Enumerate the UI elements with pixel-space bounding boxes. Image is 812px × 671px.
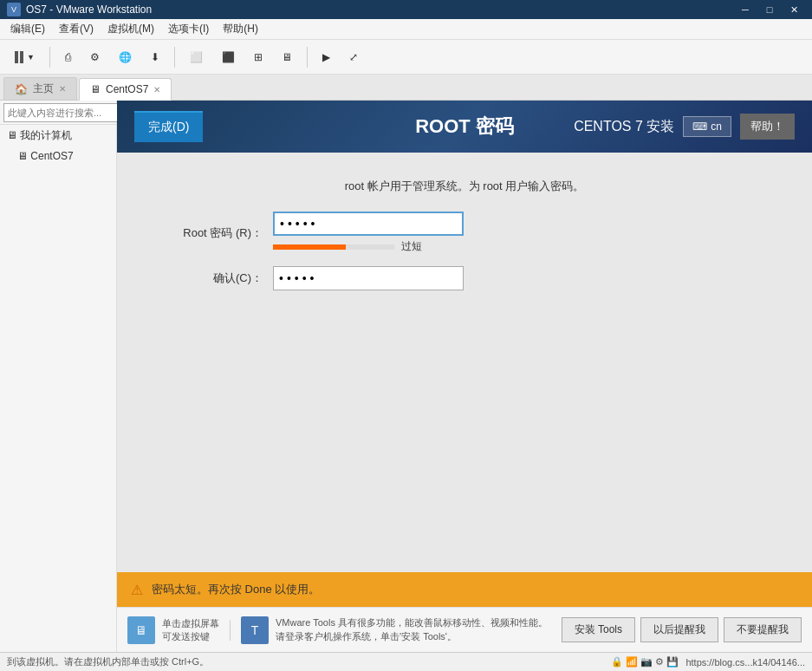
bottom-left: 🖥 单击虚拟屏幕 可发送按键 T VMware Tools 具有很多功能，能改善… [127,616,555,644]
pause-icon [15,51,23,63]
menu-vm[interactable]: 虚拟机(M) [101,20,161,38]
toolbar-btn-10[interactable]: ⤢ [341,44,366,70]
menu-view[interactable]: 查看(V) [52,20,101,38]
vm-bottom-icon: 🖥 [127,616,155,644]
download-icon: ⬇ [151,51,159,63]
root-password-label: Root 密码 (R)： [134,225,273,241]
vm-tab-icon: 🖥 [90,83,101,95]
vm-hint-line2: 可发送按键 [162,630,219,643]
content-area: 完成(D) ROOT 密码 CENTOS 7 安装 ⌨ cn 帮助！ root … [117,101,812,652]
vm-hint-line1: 单击虚拟屏幕 [162,617,219,630]
bottom-separator [230,620,231,641]
confirm-password-wrap [273,266,464,290]
help-button[interactable]: 帮助！ [740,114,795,140]
computer-icon: 🖥 [7,129,20,141]
root-password-input[interactable] [273,212,464,236]
main-area: ▼ 🖥 我的计算机 🖥 CentOS7 完成(D) ROOT 密码 CENTOS… [0,101,812,652]
tab-home-label: 主页 [33,81,54,96]
warning-bar: ⚠ 密码太短。再次按 Done 以使用。 [117,572,812,607]
sidebar: ▼ 🖥 我的计算机 🖥 CentOS7 [0,101,117,652]
lang-label: cn [711,121,722,133]
toolbar-arrow: ▼ [27,53,35,62]
confirm-password-input[interactable] [273,266,464,290]
bottom-bar: 🖥 单击虚拟屏幕 可发送按键 T VMware Tools 具有很多功能，能改善… [117,607,812,652]
search-input[interactable] [3,103,132,122]
status-bar: 到该虚拟机。请在虚拟机内部单击或按 Ctrl+G。 🔒 📶 📷 ⚙ 💾 http… [0,652,812,671]
app-icon: V [7,3,21,16]
strength-wrap: 过短 [273,239,464,254]
toolbar-separator-1 [49,47,50,68]
window-title: OS7 - VMware Workstation [26,3,734,16]
tab-centos7[interactable]: 🖥 CentOS7 ✕ [79,78,172,101]
restore-button[interactable]: □ [758,2,781,17]
form-area: root 帐户用于管理系统。为 root 用户输入密码。 Root 密码 (R)… [117,153,812,572]
menu-edit[interactable]: 编辑(E) [3,20,52,38]
settings-icon: ⚙ [90,51,100,63]
lang-selector[interactable]: ⌨ cn [683,116,731,137]
toolbar-btn-1[interactable]: ⎙ [57,44,79,70]
sidebar-item-centos7[interactable]: 🖥 CentOS7 [0,147,116,166]
toolbar-separator-2 [174,47,175,68]
tabs-bar: 🏠 主页 ✕ 🖥 CentOS7 ✕ [0,75,812,101]
tab-centos7-label: CentOS7 [106,83,148,95]
window-icon: ⬜ [190,51,203,63]
toolbar-btn-7[interactable]: ⊞ [246,44,270,70]
titlebar: V OS7 - VMware Workstation ─ □ ✕ [0,0,812,19]
toolbar-btn-6[interactable]: ⬛ [214,44,243,70]
menubar: 编辑(E) 查看(V) 虚拟机(M) 选项卡(I) 帮助(H) [0,19,812,40]
header-right: CENTOS 7 安装 ⌨ cn 帮助！ [574,114,795,140]
status-text: 到该虚拟机。请在虚拟机内部单击或按 Ctrl+G。 [7,655,209,668]
toolbar-btn-9[interactable]: ▶ [315,44,338,70]
warning-icon: ⚠ [131,582,143,598]
vm-sidebar-icon: 🖥 [17,150,30,162]
centos-label: CENTOS 7 安装 [574,118,674,136]
menu-tab[interactable]: 选项卡(I) [161,20,216,38]
no-remind-button[interactable]: 不要提醒我 [724,617,802,642]
vm-hint: 单击虚拟屏幕 可发送按键 [162,617,219,643]
status-right: 🔒 📶 📷 ⚙ 💾 https://blog.cs...k14/04146... [611,656,805,668]
toolbar-btn-4[interactable]: ⬇ [143,44,167,70]
menu-help[interactable]: 帮助(H) [216,20,265,38]
pause-button[interactable]: ▼ [7,44,42,70]
sidebar-item-mycomputer[interactable]: 🖥 我的计算机 [0,125,116,147]
strength-bar-container [273,244,394,250]
strength-text: 过短 [401,239,422,254]
remind-later-button[interactable]: 以后提醒我 [640,617,718,642]
sidebar-centos7-label: CentOS7 [30,150,73,162]
display-icon: 🖥 [282,51,292,63]
app-window: V OS7 - VMware Workstation ─ □ ✕ 编辑(E) 查… [0,0,812,671]
tab-home[interactable]: 🏠 主页 ✕ [3,77,77,100]
done-button[interactable]: 完成(D) [134,111,203,142]
close-button[interactable]: ✕ [783,2,805,17]
toolbar-separator-3 [307,47,308,68]
fullscreen-icon: ⤢ [349,51,358,63]
confirm-password-label: 确认(C)： [134,270,273,286]
sidebar-mycomputer-label: 我的计算机 [20,129,72,141]
toolbar-btn-8[interactable]: 🖥 [274,44,300,70]
toolbar-btn-2[interactable]: ⚙ [82,44,107,70]
strength-bar [273,244,346,250]
toolbar-btn-3[interactable]: 🌐 [111,44,140,70]
status-url: https://blog.cs...k14/04146... [685,657,805,668]
page-title: ROOT 密码 [415,114,514,140]
home-icon: 🏠 [15,83,28,95]
header-left: 完成(D) [134,111,203,142]
content-header: 完成(D) ROOT 密码 CENTOS 7 安装 ⌨ cn 帮助！ [117,101,812,153]
install-tools-button[interactable]: 安装 Tools [562,617,635,642]
grid-icon: ⊞ [254,51,263,63]
form-description: root 帐户用于管理系统。为 root 用户输入密码。 [134,179,795,194]
tab-home-close[interactable]: ✕ [59,84,66,94]
toolbar-btn-5[interactable]: ⬜ [182,44,211,70]
tab-centos7-close[interactable]: ✕ [153,85,160,94]
search-bar: ▼ [0,101,116,125]
toolbar: ▼ ⎙ ⚙ 🌐 ⬇ ⬜ ⬛ ⊞ 🖥 ▶ ⤢ [0,40,812,75]
screenshot-icon: ⎙ [65,51,71,63]
minimize-button[interactable]: ─ [734,2,757,17]
warning-text: 密码太短。再次按 Done 以使用。 [152,582,320,597]
bottom-buttons: 安装 Tools 以后提醒我 不要提醒我 [562,617,802,642]
network-icon: 🌐 [119,51,132,63]
terminal-icon: ▶ [322,51,330,63]
tools-text: VMware Tools 具有很多功能，能改善鼠标移动性、视频和性能。请登录客户… [276,616,553,643]
confirm-password-row: 确认(C)： [134,266,795,290]
root-password-wrap: 过短 [273,212,464,254]
